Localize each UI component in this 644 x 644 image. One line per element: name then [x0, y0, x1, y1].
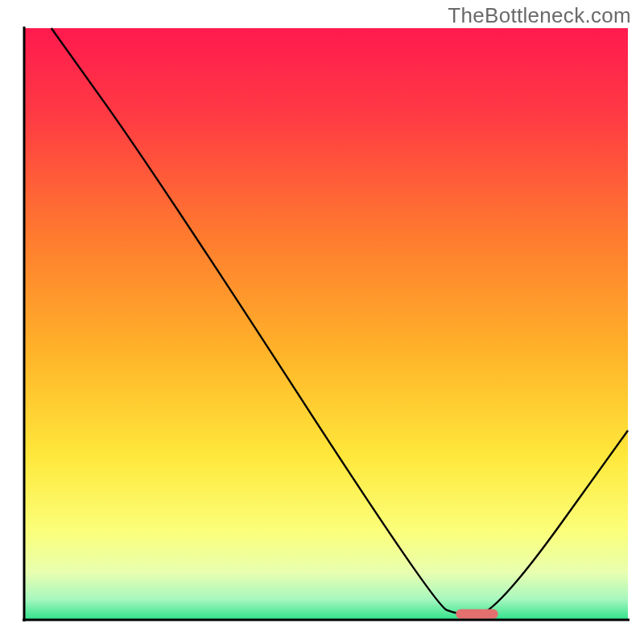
chart-svg: [0, 0, 644, 644]
watermark-text: TheBottleneck.com: [448, 3, 631, 28]
optimal-marker: [456, 609, 498, 619]
bottleneck-chart: TheBottleneck.com: [0, 0, 644, 644]
